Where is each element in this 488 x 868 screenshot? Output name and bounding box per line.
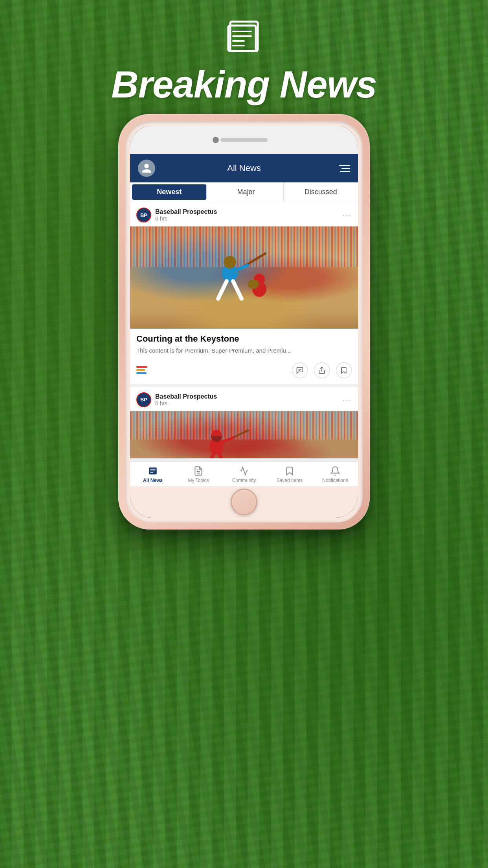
app-header: All News (130, 154, 358, 182)
source-info-2: Baseball Prospectus 6 hrs (155, 393, 343, 406)
tag-bar-red (136, 366, 147, 368)
nav-my-topics[interactable]: My Topics (176, 466, 221, 483)
tab-newest[interactable]: Newest (132, 184, 207, 200)
source-abbr-1: BP (140, 212, 147, 218)
comment-icon (296, 366, 304, 374)
phone-screen-wrapper: All News Newest Major (130, 126, 358, 518)
svg-line-9 (218, 281, 227, 299)
news-feed: BP Baseball Prospectus 6 hrs ··· (130, 202, 358, 458)
newspaper-icon (224, 20, 264, 55)
front-camera (213, 137, 219, 143)
saved-items-icon (284, 466, 295, 476)
card-more-button-2[interactable]: ··· (343, 395, 352, 404)
source-abbr-2: BP (140, 397, 147, 403)
community-label: Community (232, 478, 256, 483)
card-header-1: BP Baseball Prospectus 6 hrs ··· (130, 202, 358, 226)
save-button[interactable] (336, 362, 352, 378)
nav-notifications[interactable]: Notifications (312, 466, 358, 483)
bottom-nav: All News (130, 462, 358, 486)
phone-speaker (220, 138, 268, 142)
card-image-1 (130, 226, 358, 329)
svg-line-20 (207, 453, 214, 458)
source-logo-1: BP (136, 208, 151, 223)
card-excerpt-1: This content is for Premium, Super-Premi… (130, 346, 358, 359)
phone-outer-shell: All News Newest Major (118, 114, 370, 530)
community-icon (238, 466, 250, 476)
nav-saved-items[interactable]: Saved Items (267, 466, 312, 483)
source-name-1: Baseball Prospectus (155, 208, 343, 215)
notifications-icon (329, 466, 341, 476)
news-card-2[interactable]: BP Baseball Prospectus 6 hrs ··· (130, 387, 358, 458)
tag-bar-orange (136, 369, 145, 371)
all-news-icon (147, 466, 159, 476)
card-more-button-1[interactable]: ··· (343, 211, 352, 220)
card-actions-1 (130, 359, 358, 384)
source-info-1: Baseball Prospectus 6 hrs (155, 208, 343, 222)
hamburger-menu-button[interactable] (333, 165, 350, 172)
svg-rect-1 (228, 26, 256, 51)
tab-major[interactable]: Major (209, 182, 283, 202)
svg-line-22 (220, 438, 233, 443)
share-icon (318, 366, 326, 374)
baseball-scene-1 (130, 226, 358, 329)
baseball-scene-2 (130, 411, 358, 458)
phone-inner-shell: All News Newest Major (125, 121, 363, 522)
top-section: Breaking News (0, 0, 488, 126)
share-button[interactable] (314, 362, 330, 378)
nav-community[interactable]: Community (221, 466, 267, 483)
notifications-label: Notifications (322, 478, 348, 483)
phone-screen: All News Newest Major (130, 154, 358, 486)
tag-filters-icon[interactable] (136, 366, 147, 374)
card-image-2 (130, 411, 358, 458)
card-header-2: BP Baseball Prospectus 6 hrs ··· (130, 387, 358, 411)
svg-line-21 (219, 453, 226, 458)
avatar[interactable] (138, 160, 155, 177)
batter-figure-2 (187, 415, 258, 458)
card-title-1: Courting at the Keystone (130, 329, 358, 346)
svg-line-10 (233, 281, 242, 299)
tag-bar-blue (136, 372, 147, 374)
my-topics-label: My Topics (188, 478, 209, 483)
source-name-2: Baseball Prospectus (155, 393, 343, 400)
filter-tabs: Newest Major Discussed (130, 182, 358, 202)
svg-point-7 (224, 256, 236, 268)
bookmark-icon (340, 366, 348, 374)
nav-all-news[interactable]: All News (130, 466, 176, 483)
header-title: All News (155, 163, 333, 173)
news-card-1[interactable]: BP Baseball Prospectus 6 hrs ··· (130, 202, 358, 384)
comment-button[interactable] (292, 362, 308, 378)
all-news-label: All News (143, 478, 163, 483)
phone-frame: All News Newest Major (118, 114, 370, 530)
user-icon (141, 163, 152, 174)
phone-top-bar (130, 126, 358, 154)
page-title: Breaking News (111, 63, 376, 106)
source-logo-2: BP (136, 392, 151, 407)
home-button[interactable] (231, 489, 257, 515)
my-topics-icon (193, 466, 204, 476)
saved-items-label: Saved Items (277, 478, 303, 483)
menu-bar-2 (341, 168, 350, 169)
tab-discussed[interactable]: Discussed (284, 182, 358, 202)
menu-bar-1 (339, 165, 350, 166)
svg-point-14 (248, 280, 259, 289)
phone-home-area (130, 486, 358, 518)
source-time-2: 6 hrs (155, 400, 343, 406)
menu-bar-3 (340, 171, 350, 172)
batter-figure (198, 242, 277, 329)
source-time-1: 6 hrs (155, 215, 343, 222)
